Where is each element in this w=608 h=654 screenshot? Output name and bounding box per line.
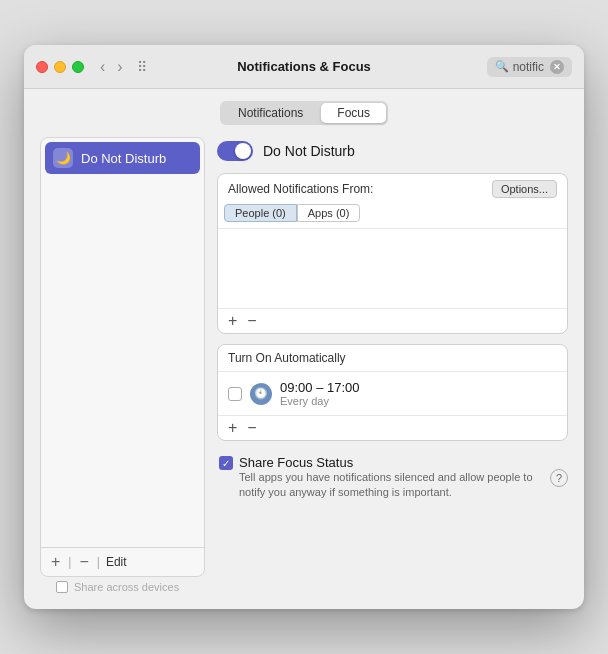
share-focus-row: ✓ Share Focus Status Tell apps you have …	[217, 455, 550, 501]
auto-section: Turn On Automatically 🕙 09:00 – 17:00 Ev…	[217, 344, 568, 441]
titlebar: ‹ › ⠿ Notifications & Focus 🔍 notific ✕	[24, 45, 584, 89]
share-focus-title: Share Focus Status	[239, 455, 548, 470]
share-focus-desc: Tell apps you have notifications silence…	[239, 470, 548, 501]
schedule-time: 09:00 – 17:00	[280, 380, 360, 395]
sub-tab-people[interactable]: People (0)	[224, 204, 297, 222]
dnd-toggle[interactable]	[217, 141, 253, 161]
close-button[interactable]	[36, 61, 48, 73]
sidebar-edit-button[interactable]: Edit	[106, 555, 127, 569]
search-clear-button[interactable]: ✕	[550, 60, 564, 74]
share-devices-checkbox[interactable]	[56, 581, 68, 593]
sub-tab-apps[interactable]: Apps (0)	[297, 204, 361, 222]
sidebar-add-button[interactable]: +	[49, 554, 62, 570]
auto-add-button[interactable]: +	[226, 420, 239, 436]
dnd-toggle-row: Do Not Disturb	[217, 137, 568, 163]
schedule-days: Every day	[280, 395, 360, 407]
sidebar-remove-button[interactable]: −	[77, 554, 90, 570]
dnd-label: Do Not Disturb	[81, 151, 166, 166]
tabs-row: Notifications Focus	[40, 101, 568, 125]
maximize-button[interactable]	[72, 61, 84, 73]
options-button[interactable]: Options...	[492, 180, 557, 198]
schedule-info: 09:00 – 17:00 Every day	[280, 380, 360, 407]
divider2: |	[97, 555, 100, 569]
window-title: Notifications & Focus	[237, 59, 371, 74]
sub-tabs: People (0) Apps (0)	[218, 204, 567, 228]
search-bar[interactable]: 🔍 notific ✕	[487, 57, 572, 77]
allowed-remove-button[interactable]: −	[245, 313, 258, 329]
share-devices-label: Share across devices	[74, 581, 179, 593]
traffic-lights	[36, 61, 84, 73]
share-focus-checkbox[interactable]: ✓	[219, 456, 233, 470]
allowed-section-header: Allowed Notifications From: Options...	[218, 174, 567, 204]
divider: |	[68, 555, 71, 569]
sidebar-item-dnd[interactable]: 🌙 Do Not Disturb	[45, 142, 200, 174]
schedule-icon: 🕙	[250, 383, 272, 405]
main-window: ‹ › ⠿ Notifications & Focus 🔍 notific ✕ …	[24, 45, 584, 609]
auto-remove-button[interactable]: −	[245, 420, 258, 436]
share-focus-text: Share Focus Status Tell apps you have no…	[239, 455, 548, 501]
tab-focus[interactable]: Focus	[321, 103, 386, 123]
search-icon: 🔍	[495, 60, 509, 73]
dnd-icon: 🌙	[53, 148, 73, 168]
allowed-title: Allowed Notifications From:	[228, 182, 373, 196]
right-panel: Do Not Disturb Allowed Notifications Fro…	[217, 137, 568, 577]
help-button[interactable]: ?	[550, 469, 568, 487]
allowed-content	[218, 228, 567, 308]
sidebar-items: 🌙 Do Not Disturb	[41, 138, 204, 547]
schedule-checkbox[interactable]	[228, 387, 242, 401]
auto-title: Turn On Automatically	[218, 345, 567, 371]
allowed-add-button[interactable]: +	[226, 313, 239, 329]
tab-group: Notifications Focus	[220, 101, 388, 125]
dnd-toggle-label: Do Not Disturb	[263, 143, 355, 159]
minimize-button[interactable]	[54, 61, 66, 73]
allowed-footer: + −	[218, 308, 567, 333]
allowed-notifications-box: Allowed Notifications From: Options... P…	[217, 173, 568, 334]
sidebar-footer: + | − | Edit	[41, 547, 204, 576]
bottom-row: ✓ Share Focus Status Tell apps you have …	[217, 455, 568, 501]
sidebar: 🌙 Do Not Disturb + | − | Edit	[40, 137, 205, 577]
grid-icon: ⠿	[137, 59, 147, 75]
main-split: 🌙 Do Not Disturb + | − | Edit	[40, 137, 568, 577]
content-area: Notifications Focus 🌙 Do Not Disturb + |…	[24, 89, 584, 609]
schedule-item[interactable]: 🕙 09:00 – 17:00 Every day	[218, 371, 567, 415]
nav-buttons: ‹ ›	[96, 56, 127, 78]
tab-notifications[interactable]: Notifications	[222, 103, 319, 123]
share-devices-row: Share across devices	[40, 577, 568, 593]
auto-footer: + −	[218, 415, 567, 440]
toggle-knob	[235, 143, 251, 159]
search-text: notific	[513, 60, 544, 74]
back-button[interactable]: ‹	[96, 56, 109, 78]
forward-button[interactable]: ›	[113, 56, 126, 78]
